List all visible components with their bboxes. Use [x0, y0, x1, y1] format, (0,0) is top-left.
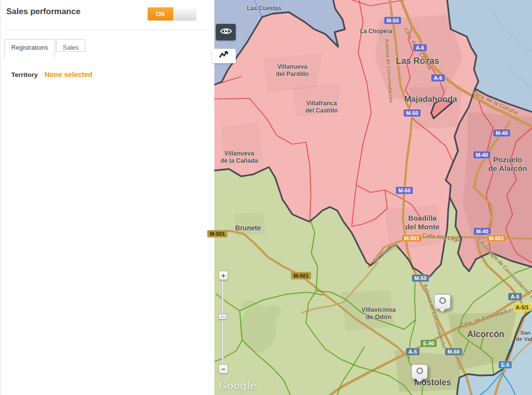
zoom-slider-handle[interactable]	[218, 314, 227, 320]
map-canvas[interactable]	[214, 0, 532, 395]
territory-label: Territory	[11, 71, 38, 78]
territory-value: None selected	[44, 71, 92, 78]
eye-icon	[220, 27, 232, 37]
map-viewport[interactable]: Las CuestasLa ChoperaLas RozasMajadahond…	[214, 0, 532, 395]
zoom-in-button[interactable]: +	[219, 271, 228, 280]
performance-chart-button[interactable]	[212, 49, 236, 63]
on-off-toggle[interactable]: ON	[148, 7, 196, 20]
header-divider	[6, 30, 209, 30]
zoom-out-button[interactable]: −	[219, 364, 228, 374]
tab-sales-label: Sales	[63, 44, 79, 51]
zoom-slider-track[interactable]	[222, 280, 224, 366]
sales-performance-panel: Sales performance ON Registrations Sales…	[0, 0, 214, 395]
territory-row: Territory None selected	[11, 71, 93, 78]
visibility-toggle-button[interactable]	[216, 24, 236, 40]
map-marker[interactable]	[411, 364, 428, 379]
gear-icon	[415, 366, 424, 377]
toggle-on-label: ON	[148, 7, 173, 20]
gear-icon	[438, 296, 447, 307]
toggle-knob[interactable]	[173, 7, 196, 20]
tab-sales[interactable]: Sales	[56, 39, 85, 52]
sales-performance-app: { "panel": { "title": "Sales performance…	[0, 0, 532, 395]
google-logo: Google	[219, 380, 257, 392]
page-title: Sales performance	[6, 7, 80, 17]
tab-registrations[interactable]: Registrations	[4, 39, 55, 57]
tab-registrations-label: Registrations	[11, 44, 48, 51]
map-marker[interactable]	[434, 294, 451, 309]
activity-chart-icon	[218, 50, 230, 62]
